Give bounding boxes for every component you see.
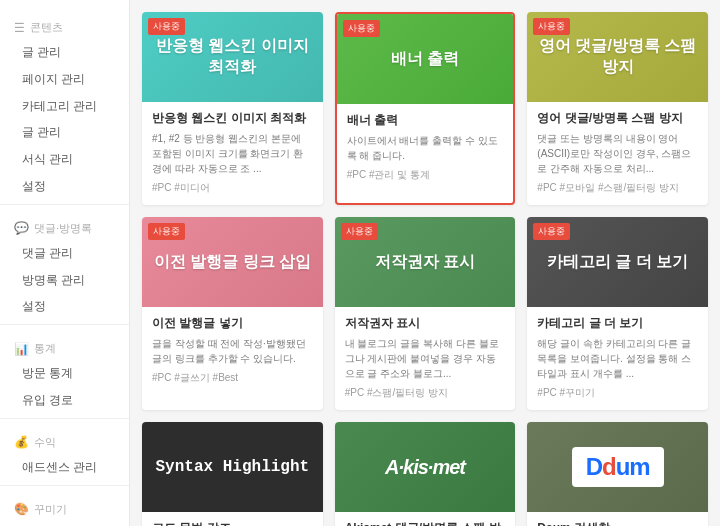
card-banner-syntax-highlight: Syntax Highlight [142,422,323,512]
divider [0,204,129,205]
banner-text-english-spam: 영어 댓글/방명록 스팸 방지 [527,28,708,86]
card-body-akismet: Akismet 댓글/방명록 스팸 방지 Akismet은 세계적으로 유명한 … [335,512,516,526]
divider2 [0,324,129,325]
sidebar: ☰ 콘텐츠 글 관리 페이지 관리 카테고리 관리 글 관리 서식 관리 설정 … [0,0,130,526]
akismet-logo: A·kis·met [385,456,465,479]
divider3 [0,418,129,419]
sidebar-section-comments: 💬 댓글·방명록 댓글 관리 방명록 관리 설정 [0,209,129,320]
divider4 [0,485,129,486]
sidebar-section-content: ☰ 콘텐츠 글 관리 페이지 관리 카테고리 관리 글 관리 서식 관리 설정 [0,8,129,200]
sidebar-section-title-design: 🎨 꾸미기 [0,490,129,521]
card-tags-english-spam: #PC #모바일 #스팸/필터링 방지 [537,181,698,195]
plugin-card-banner-output[interactable]: 사용중 배너 출력 배너 출력 사이트에서 배너를 출력할 수 있도록 해 줍니… [335,12,516,205]
banner-text-banner-output: 배너 출력 [383,41,467,78]
card-desc-banner-output: 사이트에서 배너를 출력할 수 있도록 해 줍니다. [347,133,504,163]
card-title-category-more: 카테고리 글 더 보기 [537,315,698,332]
daum-logo: Ddum [572,447,664,487]
plugin-card-copyright[interactable]: 사용중 저작권자 표시 저작권자 표시 내 블로그의 글을 복사해 다른 블로그… [335,217,516,410]
card-title-english-spam: 영어 댓글/방명록 스팸 방지 [537,110,698,127]
sidebar-section-title-content: ☰ 콘텐츠 [0,8,129,39]
plugin-grid: 사용중 반응형 웹스킨 이미지 최적화 반응형 웹스킨 이미지 최적화 #1, … [142,12,708,526]
card-body-syntax-highlight: 코드 문법 강조 본문 안의 코드블록을 다양한 테마로 강조해보세요. #PC… [142,512,323,526]
card-title-syntax-highlight: 코드 문법 강조 [152,520,313,526]
card-body-banner-output: 배너 출력 사이트에서 배너를 출력할 수 있도록 해 줍니다. #PC #관리… [337,104,514,192]
card-banner-prev-post-link: 사용중 이전 발행글 링크 삽입 [142,217,323,307]
design-icon: 🎨 [14,502,29,516]
sidebar-item-settings[interactable]: 설정 [0,173,129,200]
plugin-card-syntax-highlight[interactable]: Syntax Highlight 코드 문법 강조 본문 안의 코드블록을 다양… [142,422,323,526]
card-desc-copyright: 내 블로그의 글을 복사해 다른 블로그나 게시판에 붙여넣을 경우 자동으로 … [345,336,506,381]
status-badge-english-spam: 사용중 [533,18,570,35]
card-banner-copyright: 사용중 저작권자 표시 [335,217,516,307]
content-icon: ☰ [14,21,25,35]
card-banner-banner-output: 사용중 배너 출력 [337,14,514,104]
card-body-prev-post-link: 이전 발행글 넣기 글을 작성할 때 전에 작성·발행됐던 글의 링크를 추가할… [142,307,323,395]
card-body-daum-search: Daum 검색창 블로그 사이드바에 바로 옆 검색을 할 수 있는 검색창을 … [527,512,708,526]
card-desc-category-more: 해당 글이 속한 카테고리의 다른 글 목록을 보여줍니다. 설정을 통해 스타… [537,336,698,381]
sidebar-item-comments-settings[interactable]: 설정 [0,293,129,320]
status-badge-category-more: 사용중 [533,223,570,240]
card-banner-daum-search: Ddum [527,422,708,512]
sidebar-section-title-revenue: 💰 수익 [0,423,129,454]
sidebar-item-post-manage[interactable]: 글 관리 [0,39,129,66]
sidebar-section-design: 🎨 꾸미기 스킨 변경 스킨 편집 ✎ 사이드바 메뉴 모바일 메뉴바/구독 설… [0,490,129,526]
sidebar-item-inflow[interactable]: 유입 경로 [0,387,129,414]
sidebar-item-comments-manage[interactable]: 댓글 관리 [0,240,129,267]
plugin-card-category-more[interactable]: 사용중 카테고리 글 더 보기 카테고리 글 더 보기 해당 글이 속한 카테고… [527,217,708,410]
card-desc-english-spam: 댓글 또는 방명록의 내용이 영어(ASCII)로만 작성이인 경우, 스팸으로… [537,131,698,176]
plugin-card-english-spam[interactable]: 사용중 영어 댓글/방명록 스팸 방지 영어 댓글/방명록 스팸 방지 댓글 또… [527,12,708,205]
status-badge-responsive-webp: 사용중 [148,18,185,35]
sidebar-item-skin-change[interactable]: 스킨 변경 [0,521,129,526]
card-tags-responsive-webp: #PC #미디어 [152,181,313,195]
card-desc-prev-post-link: 글을 작성할 때 전에 작성·발행됐던 글의 링크를 추가할 수 있습니다. [152,336,313,366]
card-body-english-spam: 영어 댓글/방명록 스팸 방지 댓글 또는 방명록의 내용이 영어(ASCII)… [527,102,708,205]
card-banner-responsive-webp: 사용중 반응형 웹스킨 이미지 최적화 [142,12,323,102]
banner-text-responsive-webp: 반응형 웹스킨 이미지 최적화 [142,28,323,86]
plugin-card-daum-search[interactable]: Ddum Daum 검색창 블로그 사이드바에 바로 옆 검색을 할 수 있는 … [527,422,708,526]
plugin-card-akismet[interactable]: A·kis·met Akismet 댓글/방명록 스팸 방지 Akismet은 … [335,422,516,526]
banner-text-prev-post-link: 이전 발행글 링크 삽입 [146,244,319,281]
card-banner-akismet: A·kis·met [335,422,516,512]
sidebar-item-category-manage[interactable]: 카테고리 관리 [0,93,129,120]
card-title-copyright: 저작권자 표시 [345,315,506,332]
card-tags-banner-output: #PC #관리 및 통계 [347,168,504,182]
card-body-responsive-webp: 반응형 웹스킨 이미지 최적화 #1, #2 등 반응형 웹스킨의 본문에 포함… [142,102,323,205]
card-body-category-more: 카테고리 글 더 보기 해당 글이 속한 카테고리의 다른 글 목록을 보여줍니… [527,307,708,410]
card-title-akismet: Akismet 댓글/방명록 스팸 방지 [345,520,506,526]
sidebar-item-visit-stats[interactable]: 방문 통계 [0,360,129,387]
card-title-daum-search: Daum 검색창 [537,520,698,526]
sidebar-item-page-manage[interactable]: 페이지 관리 [0,66,129,93]
sidebar-item-post-manage2[interactable]: 글 관리 [0,119,129,146]
card-desc-responsive-webp: #1, #2 등 반응형 웹스킨의 본문에 포함된 이미지 크기를 화면크기 환… [152,131,313,176]
plugin-card-prev-post-link[interactable]: 사용중 이전 발행글 링크 삽입 이전 발행글 넣기 글을 작성할 때 전에 작… [142,217,323,410]
revenue-icon: 💰 [14,435,29,449]
sidebar-section-stats: 📊 통계 방문 통계 유입 경로 [0,329,129,414]
sidebar-item-adsense[interactable]: 애드센스 관리 [0,454,129,481]
sidebar-section-revenue: 💰 수익 애드센스 관리 [0,423,129,481]
card-body-copyright: 저작권자 표시 내 블로그의 글을 복사해 다른 블로그나 게시판에 붙여넣을 … [335,307,516,410]
status-badge-prev-post-link: 사용중 [148,223,185,240]
sidebar-item-format-manage[interactable]: 서식 관리 [0,146,129,173]
card-banner-english-spam: 사용중 영어 댓글/방명록 스팸 방지 [527,12,708,102]
stats-icon: 📊 [14,342,29,356]
card-tags-copyright: #PC #스팸/필터링 방지 [345,386,506,400]
status-badge-copyright: 사용중 [341,223,378,240]
card-banner-category-more: 사용중 카테고리 글 더 보기 [527,217,708,307]
plugin-grid-area: 사용중 반응형 웹스킨 이미지 최적화 반응형 웹스킨 이미지 최적화 #1, … [130,0,720,526]
card-title-prev-post-link: 이전 발행글 넣기 [152,315,313,332]
syntax-highlight-text: Syntax Highlight [156,458,310,476]
sidebar-section-title-stats: 📊 통계 [0,329,129,360]
status-badge-banner-output: 사용중 [343,20,380,37]
card-title-banner-output: 배너 출력 [347,112,504,129]
sidebar-section-title-comments: 💬 댓글·방명록 [0,209,129,240]
card-tags-prev-post-link: #PC #글쓰기 #Best [152,371,313,385]
banner-text-copyright: 저작권자 표시 [367,244,483,281]
card-title-responsive-webp: 반응형 웹스킨 이미지 최적화 [152,110,313,127]
banner-text-category-more: 카테고리 글 더 보기 [539,244,696,281]
comments-icon: 💬 [14,221,29,235]
card-tags-category-more: #PC #꾸미기 [537,386,698,400]
sidebar-item-guestbook-manage[interactable]: 방명록 관리 [0,267,129,294]
plugin-card-responsive-webp[interactable]: 사용중 반응형 웹스킨 이미지 최적화 반응형 웹스킨 이미지 최적화 #1, … [142,12,323,205]
